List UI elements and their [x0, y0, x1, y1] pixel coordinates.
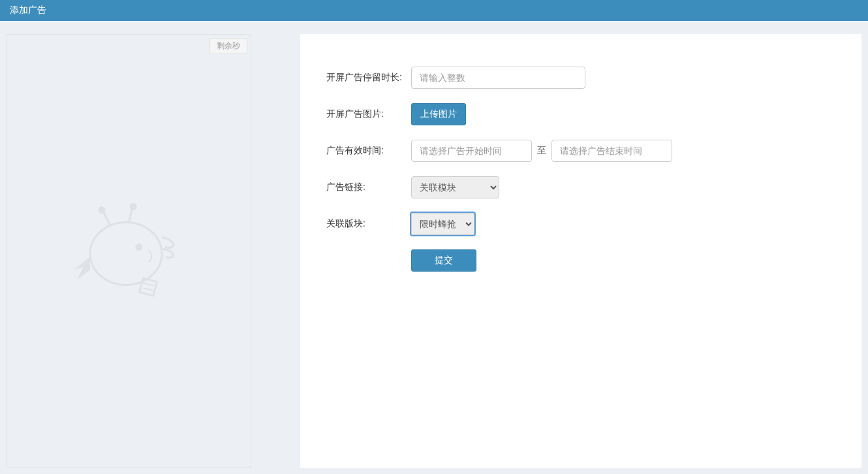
bee-logo-icon [70, 191, 188, 311]
date-separator: 至 [537, 145, 546, 157]
link-label: 广告链接: [326, 182, 411, 193]
page-title: 添加广告 [10, 5, 46, 15]
form-row-image: 开屏广告图片: 上传图片 [326, 103, 835, 125]
form-row-duration: 开屏广告停留时长: [326, 67, 835, 89]
link-module-select[interactable]: 关联模块 [411, 176, 499, 198]
submit-button[interactable]: 提交 [411, 249, 476, 272]
upload-image-button[interactable]: 上传图片 [411, 103, 466, 125]
svg-point-1 [136, 244, 142, 249]
page-header: 添加广告 [0, 0, 868, 21]
end-time-input[interactable] [551, 140, 672, 162]
form-panel: 开屏广告停留时长: 开屏广告图片: 上传图片 广告有效时间: 至 广告链接: 关… [300, 34, 861, 468]
form-row-valid-time: 广告有效时间: 至 [326, 140, 835, 162]
ad-preview-panel: 剩余秒 [7, 34, 251, 468]
svg-point-2 [99, 207, 104, 212]
svg-rect-4 [139, 278, 157, 296]
image-label: 开屏广告图片: [326, 108, 411, 120]
section-label: 关联版块: [326, 218, 411, 230]
content-area: 剩余秒 开屏广告停留时长: [0, 21, 868, 474]
form-row-submit: . 提交 [326, 249, 835, 272]
countdown-badge: 剩余秒 [209, 38, 247, 54]
duration-input[interactable] [411, 67, 585, 89]
valid-time-label: 广告有效时间: [326, 145, 411, 157]
form-row-section: 关联版块: 限时蜂抢 [326, 213, 835, 235]
svg-point-3 [131, 204, 136, 209]
form-row-link: 广告链接: 关联模块 [326, 176, 835, 198]
start-time-input[interactable] [411, 140, 532, 162]
section-select[interactable]: 限时蜂抢 [411, 213, 474, 235]
duration-label: 开屏广告停留时长: [326, 72, 411, 84]
